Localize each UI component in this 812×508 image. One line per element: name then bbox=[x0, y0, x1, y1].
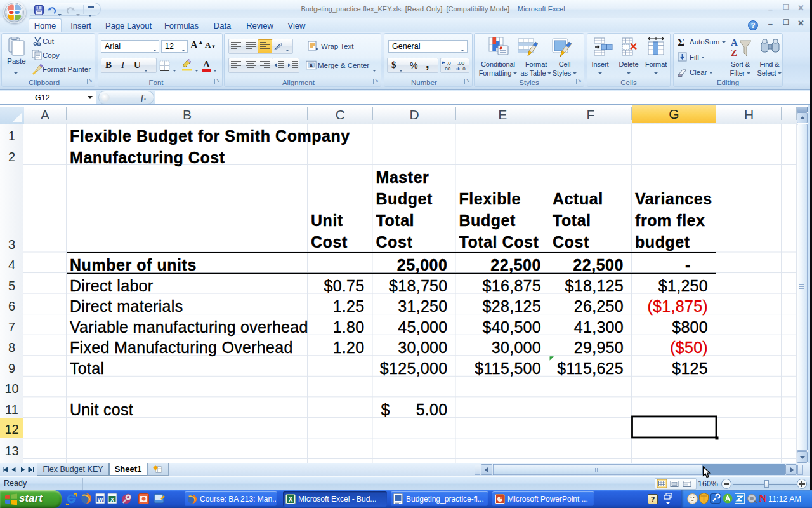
svg-text:Z: Z bbox=[731, 48, 737, 58]
svg-text:W: W bbox=[98, 497, 103, 503]
svg-text:.0: .0 bbox=[461, 66, 466, 72]
svg-text:.0: .0 bbox=[447, 60, 451, 66]
svg-text:.00: .00 bbox=[457, 60, 465, 66]
svg-text:X: X bbox=[110, 497, 114, 503]
svg-text:X: X bbox=[289, 496, 293, 503]
svg-text:A: A bbox=[731, 37, 738, 48]
svg-text:.00: .00 bbox=[443, 66, 451, 72]
